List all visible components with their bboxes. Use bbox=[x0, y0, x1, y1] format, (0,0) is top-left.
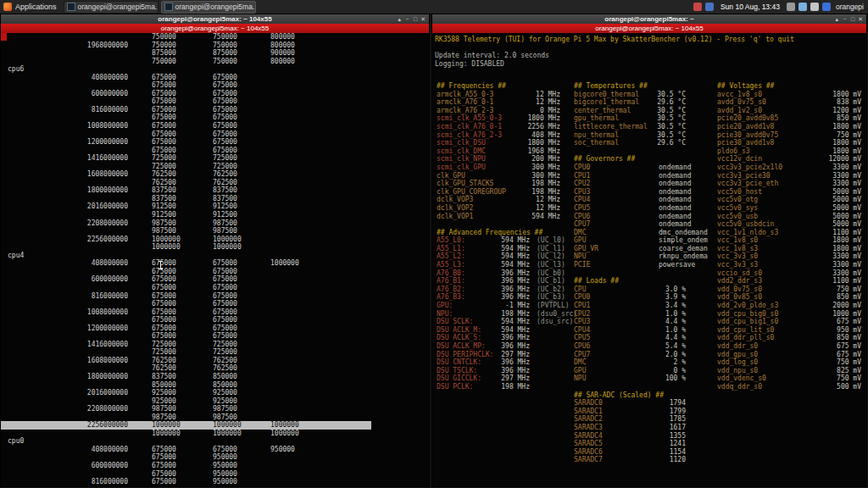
governor-value: coarse_deman bbox=[659, 245, 708, 253]
close-button[interactable]: ✕ bbox=[420, 14, 426, 24]
voltage-value: 675 mV bbox=[807, 342, 861, 351]
maximize-button[interactable]: □ bbox=[851, 14, 854, 24]
display-icon[interactable] bbox=[787, 3, 795, 11]
advanced-frequency-source: (PVTPLL) bbox=[537, 302, 570, 310]
frequency-row: armclk_A55_0-312 MHz bbox=[437, 91, 574, 99]
user-menu[interactable]: orangepi bbox=[834, 3, 864, 11]
voltage-row: vdd_cpu_big0_s01000 mV bbox=[717, 310, 865, 319]
frequency-label: scmi_clk_A55_0-3 bbox=[437, 114, 502, 122]
cpu-section-label: cpu6 bbox=[1, 65, 429, 74]
frequency-row: clk_GPU_COREGROUP198 MHz bbox=[437, 188, 574, 197]
opp-value: 675000 bbox=[152, 308, 176, 317]
advanced-frequency-row: DSU TSCLK:396 MHz bbox=[437, 367, 574, 375]
close-button[interactable]: ✕ bbox=[858, 14, 863, 24]
opp-value: 725000 bbox=[152, 348, 176, 357]
applications-menu[interactable]: Applications bbox=[0, 0, 64, 14]
voltage-value: 825 mV bbox=[807, 367, 861, 375]
tui-column-frequencies: ## Frequencies ##armclk_A55_0-312 MHzarm… bbox=[437, 82, 574, 399]
load-row: CPU54.4 % bbox=[574, 334, 709, 342]
frequency-value: 200 MHz bbox=[513, 155, 560, 164]
voltage-label: vdd_cpu_big1_s0 bbox=[717, 318, 778, 325]
clock[interactable]: Sun 10 Aug, 13:43 bbox=[717, 3, 783, 11]
opp-value: 675000 bbox=[152, 259, 176, 268]
voltage-row: vcc_1v8_s01800 mV bbox=[717, 236, 865, 245]
governor-value: ondemand bbox=[659, 204, 692, 213]
opp-value: 675000 bbox=[213, 316, 237, 324]
voltage-value: 1800 mV bbox=[807, 123, 861, 131]
tui-column-voltages: ## Voltages ##avcc_1v8_s01800 mVavdd_0v7… bbox=[717, 82, 865, 399]
load-row: CPU34.4 % bbox=[574, 318, 709, 326]
taskbar-window-button[interactable]: orangepi@orangepi5ma... bbox=[64, 1, 159, 14]
opp-value: 675000 bbox=[213, 122, 237, 130]
load-value: 4.4 % bbox=[633, 334, 686, 342]
advanced-frequency-value: -1 MHz bbox=[476, 302, 530, 310]
opp-table-row: 762500762500 bbox=[1, 364, 429, 373]
advanced-frequency-label: DSU SCLK: bbox=[437, 318, 473, 325]
opp-value: 850000 bbox=[152, 381, 176, 390]
voltage-row: avcc_1v8_s01800 mV bbox=[717, 91, 865, 99]
left-terminal-body[interactable]: 7500007500008000001968000000750000750000… bbox=[1, 33, 429, 486]
opp-value: 1608000000 bbox=[1, 170, 128, 179]
advanced-frequency-row: DSU GICCLK:297 MHz bbox=[437, 374, 574, 383]
voltage-value: 12000 mV bbox=[807, 155, 861, 164]
voltage-label: vcc3v3_pcie_eth bbox=[717, 180, 778, 187]
load-value: 3.4 % bbox=[633, 302, 686, 310]
opp-value: 675000 bbox=[152, 292, 176, 301]
advanced-frequency-label: DSU PCLK: bbox=[437, 383, 473, 391]
shade-button[interactable]: ▴ bbox=[835, 14, 838, 24]
advanced-frequency-row: A55_L3:594 MHz(UC_l3) bbox=[437, 261, 574, 269]
opp-value: 675000 bbox=[152, 446, 176, 454]
right-terminal-body[interactable]: RK3588 Telemetry (TUI) for Orange Pi 5 M… bbox=[432, 33, 866, 486]
opp-value: 675000 bbox=[213, 114, 237, 122]
opp-value: 2016000000 bbox=[1, 389, 128, 397]
minimize-button[interactable]: － bbox=[842, 14, 848, 24]
minimize-button[interactable]: － bbox=[404, 14, 410, 24]
shade-button[interactable]: ▴ bbox=[398, 14, 401, 24]
saradc-label: SARADC3 bbox=[574, 424, 603, 431]
opp-value: 762500 bbox=[213, 357, 237, 365]
voltage-label: pcie30_avdd1v8 bbox=[717, 139, 774, 147]
load-value: 2 % bbox=[633, 358, 686, 367]
notification-icon[interactable] bbox=[693, 3, 702, 11]
opp-value: 600000000 bbox=[1, 275, 128, 284]
chat-icon[interactable] bbox=[705, 3, 714, 11]
temperature-header: ## Temperatures ## bbox=[574, 82, 709, 91]
opp-value: 750000 bbox=[152, 42, 176, 50]
frequency-label: armclk_A76_0-1 bbox=[437, 98, 493, 106]
bluetooth-icon[interactable] bbox=[822, 3, 831, 11]
opp-value: 762500 bbox=[152, 364, 176, 373]
opp-table-row: 837500837500 bbox=[1, 195, 429, 203]
opp-value: 850000 bbox=[213, 381, 237, 390]
voltage-label: vcc_1v1_nldo_s3 bbox=[717, 229, 778, 236]
voltage-value: 3300 mV bbox=[807, 172, 861, 180]
advanced-frequency-value: 594 MHz bbox=[476, 252, 530, 261]
governor-row: CPU2ondemand bbox=[574, 180, 709, 188]
voltage-row: vcc3v3_pcie303300 mV bbox=[717, 172, 865, 180]
advanced-frequency-value: 396 MHz bbox=[476, 277, 530, 286]
opp-value: 1008000000 bbox=[1, 122, 128, 130]
terminal-window-icon bbox=[67, 3, 75, 11]
right-window-titlebar[interactable]: orangepi@orangepi5max: ~ ▴－□✕ bbox=[432, 14, 866, 24]
opp-value: 1000000 bbox=[270, 259, 299, 268]
network-icon[interactable] bbox=[798, 3, 807, 11]
advanced-frequency-row: DSU ACLK_M:594 MHz bbox=[437, 326, 574, 335]
voltage-row: vcc_3v3_s33300 mV bbox=[717, 261, 865, 269]
left-window-titlebar[interactable]: orangepi@orangepi5max: ~ 104x55 ▴－□✕ bbox=[1, 14, 429, 24]
left-terminal-tab[interactable]: orangepi@orangepi5max: ~ 104x55 bbox=[1, 24, 429, 33]
load-value: 5.4 % bbox=[633, 342, 686, 351]
right-terminal-tab[interactable]: orangepi@orangepi5max: ~ 104x55 bbox=[432, 24, 866, 33]
voltage-label: vcc_1v8_s3 bbox=[717, 245, 758, 252]
opp-value: 1200000000 bbox=[1, 324, 128, 333]
voltage-row: vcc5v0_sys5000 mV bbox=[717, 204, 865, 213]
voltage-label: vdd_0v75_s0 bbox=[717, 286, 762, 293]
taskbar-window-button[interactable]: orangepi@orangepi5ma... bbox=[161, 1, 256, 14]
opp-value: 762500 bbox=[213, 170, 237, 179]
opp-value: 675000 bbox=[213, 74, 237, 82]
volume-icon[interactable] bbox=[810, 3, 819, 11]
voltage-row: vdd_ddr_s0675 mV bbox=[717, 342, 865, 351]
voltage-row: vdd_0v85_s0850 mV bbox=[717, 293, 865, 302]
advanced-frequency-row: DSU PERIPHCLK:297 MHz bbox=[437, 351, 574, 359]
governor-label: GPU bbox=[574, 236, 586, 244]
maximize-button[interactable]: □ bbox=[414, 14, 417, 24]
opp-value: 725000 bbox=[213, 154, 237, 163]
